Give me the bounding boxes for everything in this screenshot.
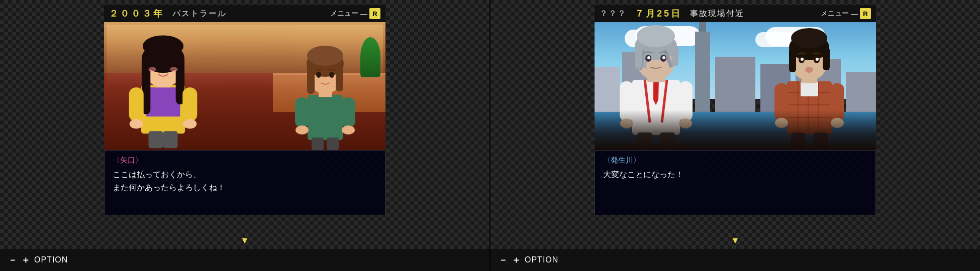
svg-rect-20 bbox=[307, 64, 315, 94]
svg-rect-10 bbox=[129, 87, 144, 121]
left-scroll-arrow: ▼ bbox=[240, 235, 249, 246]
right-scroll-arrow: ▼ bbox=[731, 235, 740, 246]
svg-point-67 bbox=[801, 58, 804, 61]
svg-point-36 bbox=[637, 25, 675, 47]
svg-point-28 bbox=[342, 125, 355, 134]
left-dialogue-line2: また何かあったらよろしくね！ bbox=[113, 181, 377, 194]
svg-point-7 bbox=[143, 36, 183, 57]
left-speaker-name: 〈矢口〉 bbox=[113, 156, 377, 165]
left-dialogue-line1: ここは払っておくから、 bbox=[113, 168, 377, 181]
right-top-bar: ？？？ ７月25日 事故現場付近 メニュー ― R bbox=[595, 5, 876, 22]
svg-rect-11 bbox=[182, 87, 197, 121]
right-bottom-bar: － ＋ OPTION bbox=[491, 249, 980, 271]
right-dialogue-text: 大変なことになった！ bbox=[603, 168, 867, 181]
left-top-bar: ２００３年 パストラール メニュー ― R bbox=[104, 5, 385, 22]
svg-point-62 bbox=[791, 28, 827, 48]
svg-point-41 bbox=[647, 56, 650, 59]
right-option-label[interactable]: OPTION bbox=[525, 255, 558, 264]
svg-point-8 bbox=[148, 67, 156, 72]
svg-point-9 bbox=[170, 67, 178, 72]
right-date: ７月25日 bbox=[635, 8, 682, 20]
svg-point-27 bbox=[296, 125, 309, 134]
right-dialogue-line1: 大変なことになった！ bbox=[603, 168, 867, 181]
left-menu-label: メニュー bbox=[330, 9, 358, 18]
svg-point-12 bbox=[130, 119, 143, 128]
right-r-badge[interactable]: R bbox=[860, 8, 871, 19]
scene-vignette bbox=[595, 110, 876, 150]
right-speaker-name: 〈発生川〉 bbox=[603, 156, 867, 165]
svg-rect-16 bbox=[308, 95, 343, 140]
left-character-2 bbox=[292, 45, 358, 150]
svg-rect-25 bbox=[295, 97, 309, 127]
right-dialogue-box: 〈発生川〉 大変なことになった！ bbox=[595, 150, 876, 215]
svg-rect-37 bbox=[635, 46, 642, 69]
svg-point-69 bbox=[805, 67, 813, 73]
right-screen-panel: ？？？ ７月25日 事故現場付近 メニュー ― R bbox=[491, 0, 980, 271]
left-year: ２００３年 bbox=[109, 8, 164, 20]
right-location: 事故現場付近 bbox=[690, 9, 744, 19]
svg-point-13 bbox=[183, 119, 197, 128]
svg-rect-58 bbox=[801, 81, 818, 96]
left-r-badge[interactable]: R bbox=[369, 8, 380, 19]
left-location: パストラール bbox=[172, 9, 227, 19]
right-menu-button[interactable]: メニュー ― R bbox=[821, 8, 871, 19]
svg-rect-29 bbox=[312, 138, 324, 150]
left-game-screen bbox=[104, 22, 385, 150]
right-menu-label: メニュー bbox=[821, 9, 849, 18]
left-bottom-bar: － ＋ OPTION bbox=[0, 249, 489, 271]
left-screen-panel: ２００３年 パストラール メニュー ― R bbox=[0, 0, 489, 271]
left-dialogue-box: 〈矢口〉 ここは払っておくから、 また何かあったらよろしくね！ bbox=[104, 150, 385, 215]
left-menu-button[interactable]: メニュー ― R bbox=[330, 8, 380, 19]
svg-point-22 bbox=[307, 46, 343, 66]
left-character-1 bbox=[124, 30, 202, 150]
left-scene-bg bbox=[104, 22, 385, 150]
svg-rect-38 bbox=[671, 46, 678, 66]
svg-rect-30 bbox=[327, 138, 339, 150]
svg-point-23 bbox=[316, 72, 321, 78]
right-scene-bg bbox=[595, 22, 876, 150]
right-unknown: ？？？ bbox=[600, 9, 627, 19]
left-minus-button[interactable]: － bbox=[8, 254, 17, 266]
svg-rect-1 bbox=[146, 87, 180, 116]
svg-rect-14 bbox=[148, 131, 163, 148]
right-plus-button[interactable]: ＋ bbox=[512, 254, 521, 266]
svg-rect-15 bbox=[163, 131, 178, 148]
svg-rect-21 bbox=[336, 64, 343, 91]
right-game-screen bbox=[595, 22, 876, 150]
left-plus-button[interactable]: ＋ bbox=[21, 254, 30, 266]
svg-point-68 bbox=[816, 58, 819, 61]
svg-point-42 bbox=[662, 56, 665, 59]
svg-rect-64 bbox=[823, 47, 830, 70]
left-option-label[interactable]: OPTION bbox=[34, 255, 68, 264]
svg-rect-63 bbox=[789, 47, 796, 72]
svg-rect-26 bbox=[341, 97, 355, 127]
left-dialogue-text: ここは払っておくから、 また何かあったらよろしくね！ bbox=[113, 168, 377, 194]
right-minus-button[interactable]: － bbox=[499, 254, 508, 266]
svg-point-24 bbox=[329, 72, 334, 78]
